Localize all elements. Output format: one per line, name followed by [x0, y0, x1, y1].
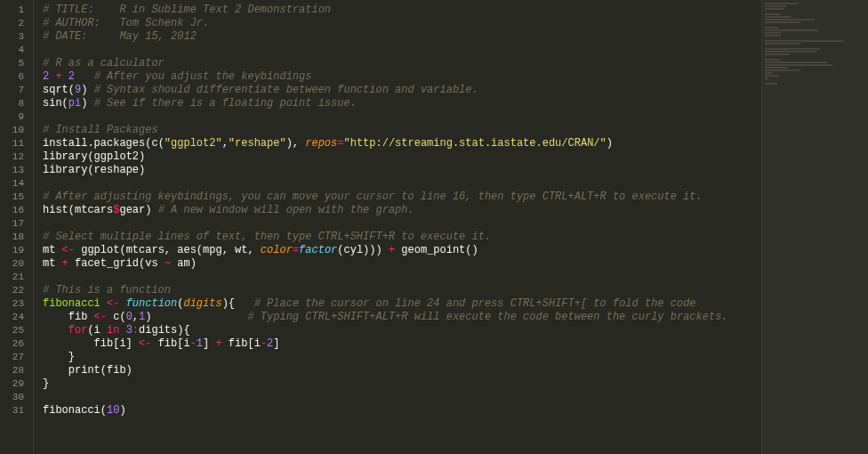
code-token: , — [222, 137, 229, 150]
code-line[interactable]: # R as a calculator — [43, 57, 761, 70]
minimap-line — [765, 48, 820, 50]
code-token: fib[i — [222, 337, 261, 350]
code-token: fibonacci — [43, 404, 100, 417]
code-line[interactable] — [43, 391, 761, 404]
code-line[interactable] — [43, 271, 761, 284]
line-number: 30 — [0, 391, 24, 404]
code-token: mt — [43, 244, 62, 256]
minimap-line — [765, 51, 816, 53]
code-line[interactable]: # After adjusting keybindings, you can m… — [43, 191, 761, 204]
code-line[interactable] — [43, 44, 761, 57]
code-line[interactable]: # Install Packages — [43, 124, 761, 137]
code-line[interactable]: 2 + 2 # After you adjust the keybindings — [43, 70, 761, 84]
code-token — [119, 324, 125, 336]
code-token: "reshape" — [229, 137, 286, 150]
minimap-line — [765, 8, 784, 10]
code-token: <- — [139, 337, 151, 350]
code-token: # AUTHOR: Tom Schenk Jr. — [43, 17, 209, 29]
code-token: # Syntax should differentiate between fu… — [94, 84, 478, 96]
code-line[interactable]: fib[i] <- fib[i-1] + fib[i-2] — [43, 337, 761, 351]
code-token: 10 — [107, 404, 119, 417]
line-number: 28 — [0, 364, 24, 377]
code-token: c( — [107, 311, 126, 323]
code-token: ( — [68, 84, 75, 96]
minimap-line — [765, 61, 827, 63]
minimap-line — [765, 67, 788, 69]
code-line[interactable]: fibonacci(10) — [43, 404, 761, 418]
code-token: (reshape) — [87, 164, 145, 176]
code-line[interactable]: mt <- ggplot(mtcars, aes(mpg, wt, color=… — [43, 244, 761, 257]
code-line[interactable]: install.packages(c("ggplot2","reshape"),… — [43, 137, 761, 150]
code-token: ){ — [222, 297, 254, 310]
code-token: c — [151, 137, 157, 150]
code-line[interactable]: fib <- c(0,1) # Typing CTRL+SHIFT+ALT+R … — [43, 311, 761, 324]
minimap-line — [765, 5, 786, 7]
code-line[interactable]: # AUTHOR: Tom Schenk Jr. — [43, 17, 761, 30]
line-number: 17 — [0, 217, 24, 231]
minimap-line — [765, 53, 790, 55]
code-line[interactable]: # TITLE: R in Sublime Text 2 Demonstrati… — [43, 4, 761, 17]
code-line[interactable]: fibonacci <- function(digits){ # Place t… — [43, 297, 761, 311]
minimap-line — [765, 19, 815, 20]
code-line[interactable]: } — [43, 377, 761, 391]
minimap[interactable] — [761, 0, 868, 454]
code-line[interactable]: for(i in 3:digits){ — [43, 324, 761, 337]
code-token: ) — [145, 311, 247, 323]
code-token: library — [43, 164, 87, 176]
line-number: 12 — [0, 150, 24, 164]
minimap-line — [765, 59, 781, 61]
code-line[interactable]: hist(mtcars$gear) # A new window will op… — [43, 204, 761, 217]
line-number: 7 — [0, 84, 24, 97]
code-token: <- — [107, 297, 119, 310]
code-token: ) — [607, 137, 613, 150]
code-line[interactable]: sin(pi) # See if there is a floating poi… — [43, 97, 761, 110]
minimap-line — [765, 64, 832, 66]
code-line[interactable] — [43, 217, 761, 231]
code-token: pi — [68, 97, 81, 109]
code-line[interactable]: # This is a function — [43, 284, 761, 297]
code-token: 0 — [126, 311, 133, 323]
code-line[interactable]: print(fib) — [43, 364, 761, 377]
code-token: ~ — [165, 257, 171, 270]
code-editor[interactable]: 1234567891011121314151617181920212223242… — [0, 0, 761, 454]
code-token: print(fib) — [43, 364, 133, 377]
code-token: install.packages — [43, 137, 145, 150]
code-line[interactable]: # Select multiple lines of text, then ty… — [43, 231, 761, 244]
line-number: 31 — [0, 404, 24, 418]
code-line[interactable]: } — [43, 351, 761, 364]
code-token: - — [261, 337, 267, 350]
code-token: # A new window will open with the graph. — [158, 204, 414, 216]
code-token: # TITLE: R in Sublime Text 2 Demonstrati… — [43, 4, 331, 16]
code-token: ] — [273, 337, 279, 350]
minimap-line — [765, 43, 800, 45]
code-line[interactable] — [43, 177, 761, 191]
code-token: 2 — [68, 70, 75, 83]
code-token: repos — [305, 137, 337, 150]
code-line[interactable]: library(reshape) — [43, 164, 761, 177]
code-token: + — [215, 337, 221, 350]
code-token: # Select multiple lines of text, then ty… — [43, 231, 491, 243]
code-area[interactable]: # TITLE: R in Sublime Text 2 Demonstrati… — [34, 0, 761, 454]
code-token: } — [43, 351, 75, 363]
code-line[interactable]: library(ggplot2) — [43, 150, 761, 164]
code-line[interactable] — [43, 110, 761, 124]
line-number: 9 — [0, 110, 24, 124]
code-line[interactable]: mt + facet_grid(vs ~ am) — [43, 257, 761, 271]
code-token: # Typing CTRL+SHIFT+ALT+R will execute t… — [247, 311, 727, 323]
code-token: fibonacci — [43, 297, 100, 310]
code-token: function — [126, 297, 178, 310]
minimap-line — [765, 21, 800, 23]
code-token: in — [107, 324, 119, 336]
code-token: ) — [119, 404, 125, 417]
minimap-line — [765, 3, 799, 4]
line-number: 13 — [0, 164, 24, 177]
code-token: digits){ — [139, 324, 190, 336]
code-line[interactable]: sqrt(9) # Syntax should differentiate be… — [43, 84, 761, 97]
minimap-line — [765, 77, 768, 79]
code-token: <- — [94, 311, 107, 323]
code-token: # Install Packages — [43, 124, 158, 136]
line-number: 25 — [0, 324, 24, 337]
code-token: mt — [43, 257, 62, 270]
code-token: 1 — [197, 337, 203, 350]
code-line[interactable]: # DATE: May 15, 2012 — [43, 30, 761, 44]
